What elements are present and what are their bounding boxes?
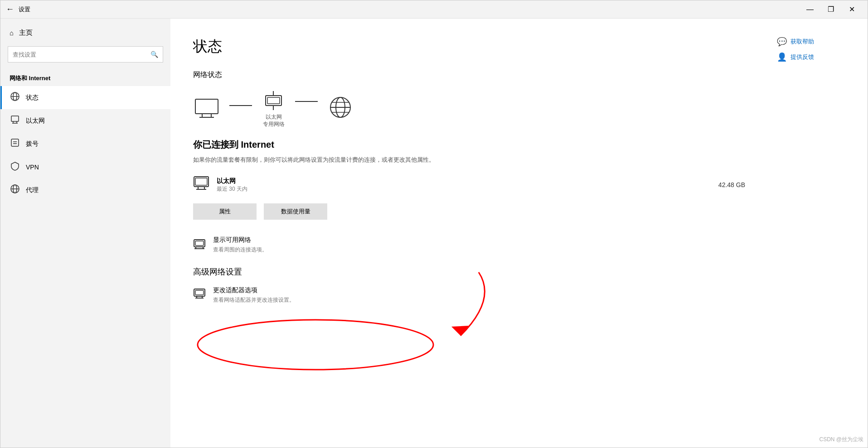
search-box[interactable]: 🔍 (8, 46, 163, 63)
data-usage-button[interactable]: 数据使用量 (264, 203, 327, 220)
page-title: 状态 (193, 37, 745, 57)
ethernet-icon (10, 115, 20, 127)
button-row: 属性 数据使用量 (193, 203, 745, 220)
show-available-section[interactable]: 显示可用网络 查看周围的连接选项。 (193, 236, 745, 254)
sidebar-home-label: 主页 (19, 29, 33, 37)
show-available-title: 显示可用网络 (213, 236, 267, 244)
sidebar-item-status[interactable]: 状态 (0, 86, 170, 109)
globe-icon-group (327, 96, 354, 121)
net-line-2 (295, 101, 318, 102)
sidebar-item-home[interactable]: ⌂ 主页 (0, 23, 170, 43)
net-line-1 (229, 105, 252, 106)
search-input[interactable] (13, 51, 147, 58)
titlebar: ← 设置 — ❐ ✕ (0, 0, 868, 19)
svg-rect-3 (11, 116, 19, 121)
svg-rect-37 (195, 290, 204, 295)
status-icon (10, 92, 20, 104)
home-icon: ⌂ (10, 29, 14, 37)
svg-rect-13 (195, 99, 218, 114)
svg-point-41 (198, 320, 433, 370)
svg-rect-27 (195, 178, 207, 185)
sidebar-item-proxy[interactable]: 代理 (0, 178, 170, 202)
adapter-info: 以太网 最近 30 天内 (217, 177, 718, 193)
connected-desc: 如果你的流量套餐有限制，则你可以将此网络设置为按流量计费的连接，或者更改其他属性… (193, 155, 447, 165)
adapter-options-section[interactable]: 更改适配器选项 查看网络适配器并更改连接设置。 (193, 286, 745, 304)
router-label: 以太网专用网络 (263, 114, 285, 128)
adapter-options-sub: 查看网络适配器并更改连接设置。 (213, 296, 295, 304)
show-network-icon (193, 237, 206, 252)
adapter-data: 42.48 GB (718, 181, 745, 188)
sidebar: ⌂ 主页 🔍 网络和 Internet 状态 (0, 19, 170, 448)
help-link[interactable]: 💬 获取帮助 (777, 37, 858, 47)
network-status-section-title: 网络状态 (193, 70, 745, 80)
annotation-overlay (170, 19, 768, 448)
network-diagram: 以太网专用网络 (193, 89, 745, 128)
adapter-options-icon (193, 287, 206, 303)
dialup-icon (10, 138, 20, 150)
feedback-link[interactable]: 👤 提供反馈 (777, 52, 858, 62)
vpn-label: VPN (26, 164, 39, 171)
dialup-label: 拨号 (26, 140, 39, 148)
proxy-icon (10, 184, 20, 196)
window: ← 设置 — ❐ ✕ ⌂ 主页 🔍 网络和 Internet (0, 0, 868, 448)
sidebar-section-title: 网络和 Internet (0, 70, 170, 86)
svg-rect-7 (11, 139, 19, 146)
window-controls: — ❐ ✕ (800, 0, 862, 19)
adapter-options-title: 更改适配器选项 (213, 286, 295, 294)
status-label: 状态 (26, 94, 39, 102)
sidebar-item-ethernet[interactable]: 以太网 (0, 109, 170, 132)
adapter-options-content: 更改适配器选项 查看网络适配器并更改连接设置。 (213, 286, 295, 304)
svg-rect-18 (267, 97, 280, 104)
adapter-row: 以太网 最近 30 天内 42.48 GB (193, 176, 745, 194)
minimize-button[interactable]: — (800, 0, 820, 19)
connected-title: 你已连接到 Internet (193, 139, 745, 151)
svg-rect-35 (195, 241, 204, 246)
right-panel: 💬 获取帮助 👤 提供反馈 (768, 19, 868, 448)
feedback-icon: 👤 (777, 52, 787, 62)
main-content: 状态 网络状态 (170, 19, 768, 448)
svg-marker-42 (451, 326, 470, 336)
ethernet-label: 以太网 (26, 117, 45, 125)
properties-button[interactable]: 属性 (193, 203, 257, 220)
search-wrap: 🔍 (0, 43, 170, 70)
maximize-button[interactable]: ❐ (820, 0, 841, 19)
adapter-sub: 最近 30 天内 (217, 185, 718, 193)
help-label: 获取帮助 (790, 38, 814, 46)
sidebar-item-dialup[interactable]: 拨号 (0, 132, 170, 155)
watermark: CSDN @丝为尘埃 (819, 436, 863, 443)
adapter-icon (193, 176, 209, 194)
sidebar-item-vpn[interactable]: VPN (0, 155, 170, 178)
content-area: ⌂ 主页 🔍 网络和 Internet 状态 (0, 19, 868, 448)
window-title: 设置 (19, 5, 800, 14)
advanced-section-title: 高级网络设置 (193, 266, 745, 277)
feedback-label: 提供反馈 (790, 53, 814, 61)
help-icon: 💬 (777, 37, 787, 47)
show-available-sub: 查看周围的连接选项。 (213, 246, 267, 254)
back-button[interactable]: ← (6, 5, 14, 14)
close-button[interactable]: ✕ (841, 0, 862, 19)
show-available-content: 显示可用网络 查看周围的连接选项。 (213, 236, 267, 254)
vpn-icon (10, 161, 20, 173)
computer-icon-group (193, 97, 220, 120)
adapter-name: 以太网 (217, 177, 718, 185)
router-icon-group: 以太网专用网络 (261, 89, 286, 128)
proxy-label: 代理 (26, 186, 39, 194)
search-icon: 🔍 (150, 51, 158, 58)
